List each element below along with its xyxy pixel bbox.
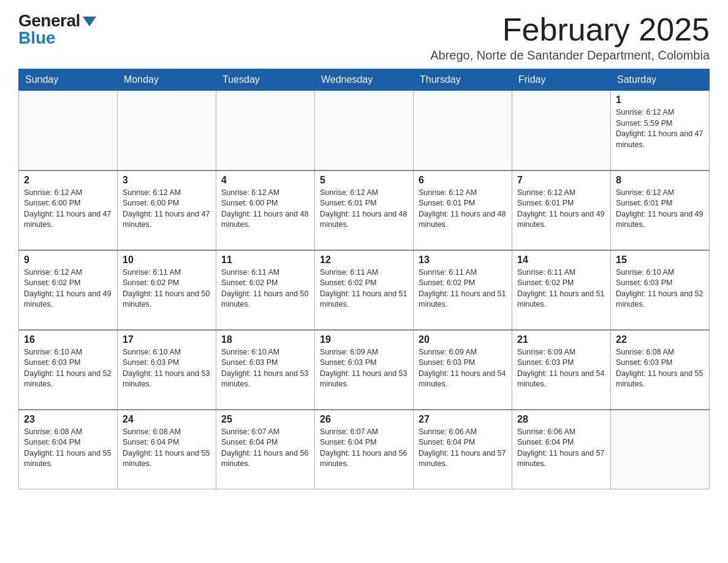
logo-arrow-icon [83, 17, 96, 26]
calendar-cell: 17Sunrise: 6:10 AM Sunset: 6:03 PM Dayli… [118, 330, 216, 410]
header-wednesday: Wednesday [315, 69, 414, 91]
day-number: 13 [419, 255, 507, 266]
week-row-4: 16Sunrise: 6:10 AM Sunset: 6:03 PM Dayli… [19, 330, 710, 410]
day-number: 12 [320, 255, 408, 266]
day-info: Sunrise: 6:06 AM Sunset: 6:04 PM Dayligh… [517, 427, 605, 470]
calendar-cell: 14Sunrise: 6:11 AM Sunset: 6:02 PM Dayli… [512, 250, 611, 330]
day-number: 28 [517, 414, 605, 425]
calendar-cell [315, 91, 414, 170]
day-info: Sunrise: 6:12 AM Sunset: 6:01 PM Dayligh… [419, 188, 507, 231]
logo-blue: Blue [18, 29, 56, 47]
calendar-cell: 28Sunrise: 6:06 AM Sunset: 6:04 PM Dayli… [512, 410, 611, 489]
day-number: 15 [616, 255, 704, 266]
day-info: Sunrise: 6:06 AM Sunset: 6:04 PM Dayligh… [419, 427, 507, 470]
day-number: 9 [24, 255, 112, 266]
day-number: 25 [221, 414, 309, 425]
calendar-cell: 7Sunrise: 6:12 AM Sunset: 6:01 PM Daylig… [512, 170, 611, 250]
day-info: Sunrise: 6:12 AM Sunset: 6:00 PM Dayligh… [123, 188, 211, 231]
calendar-cell: 23Sunrise: 6:08 AM Sunset: 6:04 PM Dayli… [19, 410, 118, 489]
day-info: Sunrise: 6:10 AM Sunset: 6:03 PM Dayligh… [221, 347, 309, 390]
day-number: 4 [221, 175, 309, 186]
calendar-cell: 15Sunrise: 6:10 AM Sunset: 6:03 PM Dayli… [611, 250, 710, 330]
header-tuesday: Tuesday [216, 69, 315, 91]
day-number: 6 [419, 175, 507, 186]
day-number: 27 [419, 414, 507, 425]
day-number: 3 [123, 175, 211, 186]
calendar-cell: 18Sunrise: 6:10 AM Sunset: 6:03 PM Dayli… [216, 330, 315, 410]
day-info: Sunrise: 6:10 AM Sunset: 6:03 PM Dayligh… [616, 267, 704, 310]
day-info: Sunrise: 6:08 AM Sunset: 6:04 PM Dayligh… [24, 427, 112, 470]
calendar-cell: 16Sunrise: 6:10 AM Sunset: 6:03 PM Dayli… [19, 330, 118, 410]
day-info: Sunrise: 6:11 AM Sunset: 6:02 PM Dayligh… [123, 267, 211, 310]
day-info: Sunrise: 6:11 AM Sunset: 6:02 PM Dayligh… [419, 267, 507, 310]
day-info: Sunrise: 6:10 AM Sunset: 6:03 PM Dayligh… [123, 347, 211, 390]
calendar-cell: 26Sunrise: 6:07 AM Sunset: 6:04 PM Dayli… [315, 410, 414, 489]
day-info: Sunrise: 6:12 AM Sunset: 6:02 PM Dayligh… [24, 267, 112, 310]
calendar-cell [19, 91, 118, 170]
page-header: General Blue February 2025 Abrego, Norte… [18, 12, 710, 63]
day-number: 16 [24, 334, 112, 345]
day-info: Sunrise: 6:11 AM Sunset: 6:02 PM Dayligh… [320, 267, 408, 310]
day-info: Sunrise: 6:07 AM Sunset: 6:04 PM Dayligh… [221, 427, 309, 470]
header-friday: Friday [512, 69, 611, 91]
day-number: 23 [24, 414, 112, 425]
day-number: 2 [24, 175, 112, 186]
calendar-cell [414, 91, 512, 170]
calendar-cell: 20Sunrise: 6:09 AM Sunset: 6:03 PM Dayli… [414, 330, 512, 410]
day-info: Sunrise: 6:09 AM Sunset: 6:03 PM Dayligh… [320, 347, 408, 390]
header-monday: Monday [118, 69, 216, 91]
day-info: Sunrise: 6:12 AM Sunset: 5:59 PM Dayligh… [616, 107, 704, 150]
calendar-cell: 25Sunrise: 6:07 AM Sunset: 6:04 PM Dayli… [216, 410, 315, 489]
calendar-cell [611, 410, 710, 489]
week-row-2: 2Sunrise: 6:12 AM Sunset: 6:00 PM Daylig… [19, 170, 710, 250]
day-number: 20 [419, 334, 507, 345]
day-info: Sunrise: 6:12 AM Sunset: 6:01 PM Dayligh… [320, 188, 408, 231]
header-thursday: Thursday [414, 69, 512, 91]
calendar-cell: 19Sunrise: 6:09 AM Sunset: 6:03 PM Dayli… [315, 330, 414, 410]
day-info: Sunrise: 6:10 AM Sunset: 6:03 PM Dayligh… [24, 347, 112, 390]
calendar-header-row: Sunday Monday Tuesday Wednesday Thursday… [19, 69, 710, 91]
month-title: February 2025 [430, 12, 710, 47]
day-info: Sunrise: 6:12 AM Sunset: 6:00 PM Dayligh… [24, 188, 112, 231]
day-info: Sunrise: 6:08 AM Sunset: 6:04 PM Dayligh… [123, 427, 211, 470]
calendar-cell: 21Sunrise: 6:09 AM Sunset: 6:03 PM Dayli… [512, 330, 611, 410]
calendar-cell [216, 91, 315, 170]
day-number: 21 [517, 334, 605, 345]
day-number: 17 [123, 334, 211, 345]
day-info: Sunrise: 6:09 AM Sunset: 6:03 PM Dayligh… [517, 347, 605, 390]
day-number: 26 [320, 414, 408, 425]
logo: General Blue [18, 12, 96, 47]
day-number: 11 [221, 255, 309, 266]
calendar-cell: 13Sunrise: 6:11 AM Sunset: 6:02 PM Dayli… [414, 250, 512, 330]
day-info: Sunrise: 6:12 AM Sunset: 6:01 PM Dayligh… [517, 188, 605, 231]
calendar-cell: 22Sunrise: 6:08 AM Sunset: 6:03 PM Dayli… [611, 330, 710, 410]
day-info: Sunrise: 6:09 AM Sunset: 6:03 PM Dayligh… [419, 347, 507, 390]
day-info: Sunrise: 6:11 AM Sunset: 6:02 PM Dayligh… [517, 267, 605, 310]
calendar-cell [512, 91, 611, 170]
day-number: 24 [123, 414, 211, 425]
location-subtitle: Abrego, Norte de Santander Department, C… [430, 48, 710, 63]
day-info: Sunrise: 6:08 AM Sunset: 6:03 PM Dayligh… [616, 347, 704, 390]
calendar-cell: 10Sunrise: 6:11 AM Sunset: 6:02 PM Dayli… [118, 250, 216, 330]
calendar-cell: 11Sunrise: 6:11 AM Sunset: 6:02 PM Dayli… [216, 250, 315, 330]
day-number: 22 [616, 334, 704, 345]
calendar-cell: 27Sunrise: 6:06 AM Sunset: 6:04 PM Dayli… [414, 410, 512, 489]
header-sunday: Sunday [19, 69, 118, 91]
day-info: Sunrise: 6:12 AM Sunset: 6:00 PM Dayligh… [221, 188, 309, 231]
calendar-cell: 8Sunrise: 6:12 AM Sunset: 6:01 PM Daylig… [611, 170, 710, 250]
day-number: 5 [320, 175, 408, 186]
calendar-cell: 4Sunrise: 6:12 AM Sunset: 6:00 PM Daylig… [216, 170, 315, 250]
week-row-1: 1Sunrise: 6:12 AM Sunset: 5:59 PM Daylig… [19, 91, 710, 170]
week-row-5: 23Sunrise: 6:08 AM Sunset: 6:04 PM Dayli… [19, 410, 710, 489]
calendar-cell: 2Sunrise: 6:12 AM Sunset: 6:00 PM Daylig… [19, 170, 118, 250]
svg-marker-0 [83, 17, 96, 26]
calendar-cell: 9Sunrise: 6:12 AM Sunset: 6:02 PM Daylig… [19, 250, 118, 330]
day-number: 8 [616, 175, 704, 186]
calendar-cell: 24Sunrise: 6:08 AM Sunset: 6:04 PM Dayli… [118, 410, 216, 489]
calendar-cell [118, 91, 216, 170]
day-info: Sunrise: 6:11 AM Sunset: 6:02 PM Dayligh… [221, 267, 309, 310]
calendar-cell: 1Sunrise: 6:12 AM Sunset: 5:59 PM Daylig… [611, 91, 710, 170]
day-info: Sunrise: 6:07 AM Sunset: 6:04 PM Dayligh… [320, 427, 408, 470]
day-number: 19 [320, 334, 408, 345]
day-number: 14 [517, 255, 605, 266]
